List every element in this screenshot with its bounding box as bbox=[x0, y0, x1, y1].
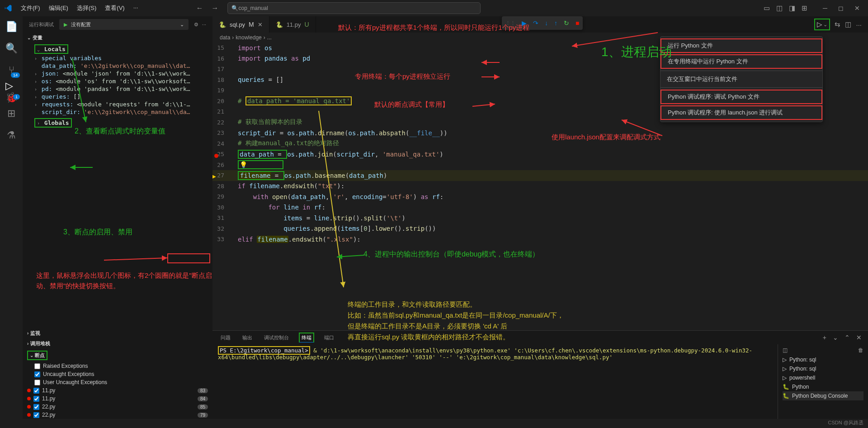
menu-bar: 文件(F) 编辑(E) 选择(S) 查看(V) ··· bbox=[17, 2, 142, 14]
terminal-output[interactable]: PS E:\2gitwork\cop_manual> & 'd:\1-sw\wo… bbox=[212, 344, 778, 419]
terminal-item[interactable]: 🐛Python bbox=[783, 382, 863, 391]
more-icon[interactable]: ··· bbox=[202, 22, 206, 27]
new-terminal-icon[interactable]: + bbox=[823, 334, 826, 341]
breakpoint-dot[interactable] bbox=[214, 154, 218, 158]
var-row[interactable]: › queries: [] bbox=[29, 93, 212, 100]
debug-icon[interactable]: ▷🐞1 bbox=[5, 86, 17, 98]
bp-option[interactable]: Uncaught Exceptions bbox=[23, 370, 212, 378]
explorer-icon[interactable]: 📄 bbox=[5, 21, 17, 33]
tab-ports[interactable]: 端口 bbox=[322, 333, 336, 342]
watch-section[interactable]: ›监视 bbox=[23, 328, 212, 338]
tab-output[interactable]: 输出 bbox=[241, 333, 254, 342]
tab-sql[interactable]: 🐍 sql.py M ✕ bbox=[212, 16, 269, 33]
run-in-dedicated-terminal[interactable]: 在专用终端中运行 Python 文件 bbox=[660, 54, 822, 69]
tab-debug-console[interactable]: 调试控制台 bbox=[262, 333, 291, 342]
step-over-icon[interactable]: ↷ bbox=[533, 19, 538, 27]
panel-tabs: 问题 输出 调试控制台 终端 端口 + ⌄ ⌃ ✕ bbox=[212, 331, 868, 344]
layout-2-icon[interactable]: ◫ bbox=[776, 4, 783, 12]
run-config-dropdown[interactable]: ▶ 没有配置 ⌄ bbox=[59, 19, 189, 30]
bp-file[interactable]: 22.py85 bbox=[23, 403, 212, 411]
layout-1-icon[interactable]: ▭ bbox=[764, 4, 770, 12]
run-button[interactable]: ▷⌄ bbox=[814, 19, 830, 30]
maximize-panel-icon[interactable]: ⌃ bbox=[844, 334, 850, 341]
locals-scope[interactable]: ⌄ Locals bbox=[34, 44, 68, 54]
terminal-item[interactable]: ▷powershell bbox=[783, 373, 863, 382]
search-text: cop_manual bbox=[238, 5, 268, 11]
extensions-icon[interactable]: ⊞ bbox=[5, 108, 17, 119]
menu-more[interactable]: ··· bbox=[130, 2, 142, 14]
activity-bar: 📄 🔍 ⑂14 ▷🐞1 ⊞ ⚗ bbox=[0, 16, 23, 419]
run-in-interactive[interactable]: 在交互窗口中运行当前文件 bbox=[660, 73, 822, 86]
compare-icon[interactable]: ⇆ bbox=[835, 20, 840, 29]
debug-python-file[interactable]: Python 调试程序: 调试 Python 文件 bbox=[660, 90, 822, 104]
search-icon: 🔍 bbox=[231, 5, 238, 11]
tab-terminal[interactable]: 终端 bbox=[299, 333, 314, 342]
var-row[interactable]: › json: <module 'json' from 'd:\\1-sw\\w… bbox=[29, 70, 212, 77]
menu-view[interactable]: 查看(V) bbox=[101, 2, 128, 14]
var-row[interactable]: script_dir: 'e:\\2gitwork\\cop_manual\\d… bbox=[29, 108, 212, 116]
close-tab-icon[interactable]: ✕ bbox=[258, 21, 263, 28]
tab-11[interactable]: 🐍 11.py U bbox=[269, 16, 316, 33]
title-bar: 文件(F) 编辑(E) 选择(S) 查看(V) ··· ← → 🔍 cop_ma… bbox=[0, 0, 868, 16]
var-row[interactable]: › pd: <module 'pandas' from 'd:\\1-sw\\w… bbox=[29, 85, 212, 93]
layout-3-icon[interactable]: ◨ bbox=[789, 4, 795, 12]
run-python-file[interactable]: 运行 Python 文件 bbox=[660, 38, 822, 53]
stop-icon[interactable]: ■ bbox=[576, 19, 579, 27]
chevron-down-icon[interactable]: ⌄ bbox=[823, 22, 827, 28]
scm-icon[interactable]: ⑂14 bbox=[5, 64, 17, 76]
globals-scope[interactable]: › Globals bbox=[34, 118, 72, 128]
variables-section[interactable]: ⌄变量 bbox=[23, 33, 212, 43]
terminal-item[interactable]: ▷Python: sql bbox=[783, 364, 863, 373]
sidebar-header: 运行和调试 ▶ 没有配置 ⌄ ⚙ ··· bbox=[23, 16, 212, 33]
current-line-icon: ▶ bbox=[212, 173, 216, 180]
scm-badge: 14 bbox=[11, 72, 20, 78]
maximize-icon[interactable]: ◻ bbox=[838, 5, 844, 12]
terminal-item[interactable]: ▷Python: sql bbox=[783, 355, 863, 364]
lightbulb-icon[interactable]: 💡 bbox=[240, 161, 247, 168]
debug-with-launch-json[interactable]: Python 调试程序: 使用 launch.json 进行调试 bbox=[660, 105, 822, 120]
close-window-icon[interactable]: ✕ bbox=[854, 5, 860, 12]
breakpoints-section[interactable]: ⌄ 断点 bbox=[23, 349, 212, 362]
var-row[interactable]: › os: <module 'os' from 'd:\\1-sw\\works… bbox=[29, 77, 212, 85]
sidebar-title: 运行和调试 bbox=[29, 21, 54, 28]
debug-toolbar[interactable]: ⋮⋮ ▶ ↷ ↓ ↑ ↻ ■ bbox=[502, 16, 583, 30]
continue-icon[interactable]: ▶ bbox=[522, 19, 527, 27]
menu-file[interactable]: 文件(F) bbox=[17, 2, 44, 14]
step-out-icon[interactable]: ↑ bbox=[554, 19, 557, 27]
minimize-icon[interactable]: ─ bbox=[823, 5, 827, 12]
more-tab-icon[interactable]: ··· bbox=[856, 21, 862, 29]
search-icon[interactable]: 🔍 bbox=[5, 43, 17, 54]
gear-icon[interactable]: ⚙ bbox=[194, 22, 198, 28]
close-panel-icon[interactable]: ✕ bbox=[856, 334, 862, 341]
nav-fwd-icon[interactable]: → bbox=[211, 4, 218, 12]
restart-icon[interactable]: ↻ bbox=[564, 19, 569, 27]
bp-option[interactable]: User Uncaught Exceptions bbox=[23, 378, 212, 386]
menu-select[interactable]: 选择(S) bbox=[73, 2, 100, 14]
callstack-section[interactable]: ›调用堆栈 bbox=[23, 338, 212, 349]
tab-problems[interactable]: 问题 bbox=[219, 333, 232, 342]
terminal-item[interactable]: 🐛Python Debug Console bbox=[783, 391, 863, 400]
var-row[interactable]: › requests: <module 'requests' from 'd:\… bbox=[29, 100, 212, 108]
chevron-down-icon[interactable]: ⌄ bbox=[833, 334, 838, 341]
chevron-down-icon: ⌄ bbox=[180, 22, 184, 28]
step-into-icon[interactable]: ↓ bbox=[545, 19, 548, 27]
split-icon[interactable]: ◫ bbox=[845, 20, 851, 29]
testing-icon[interactable]: ⚗ bbox=[5, 129, 17, 141]
trash-icon[interactable]: 🗑 bbox=[858, 347, 863, 353]
bp-file[interactable]: 11.py84 bbox=[23, 395, 212, 403]
layout-4-icon[interactable]: ⊞ bbox=[802, 4, 807, 12]
split-terminal-icon[interactable]: ◫ bbox=[783, 347, 788, 353]
var-row[interactable]: › special variables bbox=[29, 54, 212, 62]
bp-file[interactable]: 22.py79 bbox=[23, 411, 212, 419]
bottom-panel: 问题 输出 调试控制台 终端 端口 + ⌄ ⌃ ✕ PS E:\2gitwork… bbox=[212, 330, 868, 419]
command-center[interactable]: 🔍 cop_manual bbox=[227, 2, 481, 14]
bp-file[interactable]: 11.py83 bbox=[23, 386, 212, 395]
bp-option[interactable]: Raised Exceptions bbox=[23, 362, 212, 370]
config-name: 没有配置 bbox=[71, 21, 91, 28]
title-right: ▭ ◫ ◨ ⊞ ─ ◻ ✕ bbox=[764, 4, 864, 12]
annotation-box bbox=[167, 253, 210, 263]
menu-edit[interactable]: 编辑(E) bbox=[45, 2, 72, 14]
nav-back-icon[interactable]: ← bbox=[196, 4, 203, 12]
var-row[interactable]: data_path: 'e:\\2gitwork\\cop_manual\\da… bbox=[29, 62, 212, 70]
drag-handle-icon[interactable]: ⋮⋮ bbox=[505, 20, 515, 26]
